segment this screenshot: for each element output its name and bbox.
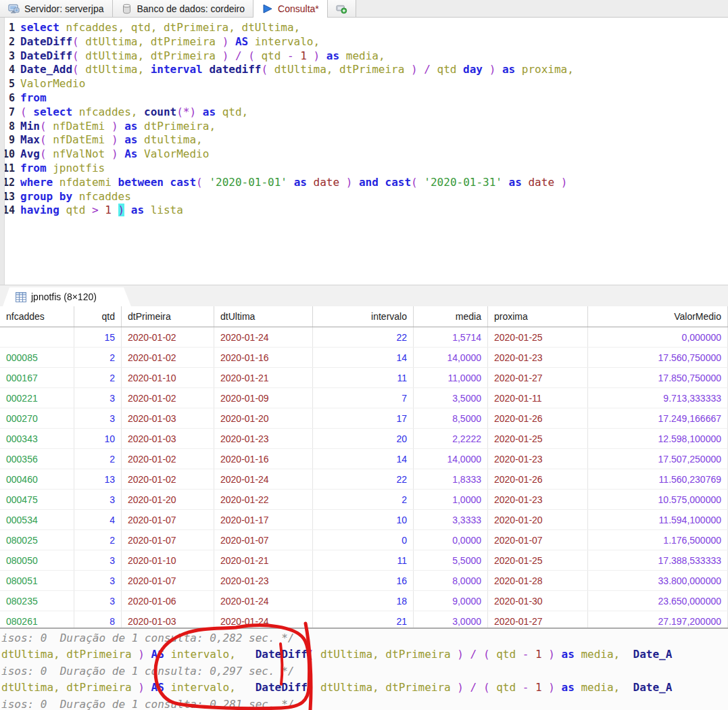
code-line: 9Max( nfDatEmi ) as dtultima, bbox=[0, 133, 728, 147]
table-cell: 2020-01-02 bbox=[122, 327, 214, 347]
table-cell: 2020-01-07 bbox=[122, 571, 214, 590]
table-cell: 3 bbox=[74, 591, 122, 611]
table-row[interactable]: 152020-01-022020-01-24221,57142020-01-25… bbox=[0, 327, 728, 348]
table-cell: 1,8333 bbox=[414, 469, 488, 489]
table-cell: 3 bbox=[74, 571, 122, 590]
table-cell: 11.560,230769 bbox=[588, 469, 728, 489]
column-header-dtprimeira[interactable]: dtPrimeira bbox=[122, 306, 214, 327]
table-cell: 2 bbox=[74, 449, 122, 469]
log-sql-line: dtUltima, dtPrimeira ) AS intervalo, Dat… bbox=[0, 680, 728, 696]
tab-database[interactable]: Banco de dados: cordeiro bbox=[113, 0, 254, 17]
table-cell: 2020-01-06 bbox=[122, 591, 214, 611]
table-cell: 14,0000 bbox=[414, 449, 488, 469]
table-cell: 2020-01-22 bbox=[214, 490, 313, 509]
table-cell: 3,5000 bbox=[414, 388, 488, 408]
table-cell: 23.650,000000 bbox=[588, 591, 728, 611]
code-line: 13group by nfcaddes bbox=[0, 190, 728, 204]
sql-editor[interactable]: 1select nfcaddes, qtd, dtPrimeira, dtUlt… bbox=[0, 18, 728, 285]
table-row[interactable]: 00035622020-01-022020-01-161414,00002020… bbox=[0, 449, 728, 469]
table-cell: 000534 bbox=[0, 510, 74, 529]
table-cell: 3 bbox=[74, 388, 122, 408]
table-cell: 2020-01-24 bbox=[214, 327, 313, 347]
table-cell: 17.850,750000 bbox=[588, 368, 728, 387]
table-cell: 11 bbox=[313, 368, 414, 387]
table-cell: 2020-01-10 bbox=[122, 368, 214, 387]
table-row[interactable]: 00016722020-01-102020-01-211111,00002020… bbox=[0, 368, 728, 388]
table-cell: 2020-01-07 bbox=[214, 530, 313, 550]
code-text: Max( nfDatEmi ) as dtultima, bbox=[20, 133, 203, 147]
table-cell: 2020-01-02 bbox=[122, 469, 214, 489]
table-cell: 2020-01-17 bbox=[214, 510, 313, 529]
table-cell: 080025 bbox=[0, 530, 74, 550]
column-header-dtultima[interactable]: dtUltima bbox=[214, 306, 313, 327]
code-line: 12where nfdatemi between cast( '2020-01-… bbox=[0, 176, 728, 190]
table-row[interactable]: 000460132020-01-022020-01-24221,83332020… bbox=[0, 469, 728, 490]
log-status-line: isos: 0 Duração de 1 consulta: 0,297 sec… bbox=[0, 663, 728, 680]
table-cell: 2020-01-07 bbox=[122, 530, 214, 550]
tab-server[interactable]: Servidor: serverjpa bbox=[0, 0, 113, 17]
table-cell: 2020-01-20 bbox=[122, 490, 214, 509]
table-cell: 0 bbox=[313, 530, 414, 550]
table-cell: 2020-01-03 bbox=[122, 408, 214, 428]
code-text: DateDiff( dtUltima, dtPrimeira ) / ( qtd… bbox=[20, 49, 385, 64]
table-cell: 8,5000 bbox=[414, 408, 488, 428]
table-row[interactable]: 00008522020-01-022020-01-161414,00002020… bbox=[0, 348, 728, 368]
table-cell: 2020-01-02 bbox=[122, 348, 214, 367]
table-cell: 0,000000 bbox=[588, 327, 728, 347]
table-cell: 11.594,100000 bbox=[588, 510, 728, 529]
table-cell: 080051 bbox=[0, 571, 74, 590]
table-cell: 2020-01-10 bbox=[122, 550, 214, 570]
query-log-panel[interactable]: isos: 0 Duração de 1 consulta: 0,282 sec… bbox=[0, 628, 728, 710]
table-cell: 9.713,333333 bbox=[588, 388, 728, 408]
table-cell: 2020-01-27 bbox=[488, 368, 588, 387]
table-row[interactable]: 08005132020-01-072020-01-23168,00002020-… bbox=[0, 571, 728, 591]
table-row[interactable]: 00047532020-01-202020-01-2221,00002020-0… bbox=[0, 490, 728, 510]
play-icon bbox=[262, 3, 273, 14]
table-cell: 15 bbox=[74, 327, 122, 347]
table-cell: 2020-01-16 bbox=[214, 449, 313, 469]
table-cell: 10 bbox=[313, 510, 414, 529]
table-cell: 2 bbox=[74, 368, 122, 387]
table-cell: 3 bbox=[74, 490, 122, 509]
result-tab-jpnotfis[interactable]: jpnotfis (8×120) bbox=[2, 287, 132, 306]
table-row[interactable]: 00027032020-01-032020-01-20178,50002020-… bbox=[0, 408, 728, 429]
table-cell: 0,0000 bbox=[414, 530, 488, 550]
table-cell: 2020-01-24 bbox=[214, 469, 313, 489]
grid-header-row: nfcaddesqtddtPrimeiradtUltimaintervalome… bbox=[0, 306, 728, 327]
column-header-qtd[interactable]: qtd bbox=[74, 306, 122, 327]
tab-query[interactable]: Consulta* bbox=[253, 0, 328, 18]
table-cell: 18 bbox=[313, 591, 414, 611]
table-row[interactable]: 000343102020-01-032020-01-23202,22222020… bbox=[0, 429, 728, 449]
table-row[interactable]: 00022132020-01-022020-01-0973,50002020-0… bbox=[0, 388, 728, 408]
column-header-valormedio[interactable]: ValorMedio bbox=[588, 306, 728, 327]
column-header-media[interactable]: media bbox=[414, 306, 488, 327]
column-header-intervalo[interactable]: intervalo bbox=[313, 306, 414, 327]
table-cell: 2020-01-28 bbox=[488, 571, 588, 590]
table-cell: 000460 bbox=[0, 469, 74, 489]
column-header-nfcaddes[interactable]: nfcaddes bbox=[0, 306, 74, 327]
table-cell: 2020-01-20 bbox=[214, 408, 313, 428]
table-row[interactable]: 00053442020-01-072020-01-17103,33332020-… bbox=[0, 510, 728, 530]
table-cell: 2020-01-07 bbox=[488, 530, 588, 550]
table-cell: 17.249,166667 bbox=[588, 408, 728, 428]
code-line: 5ValorMedio bbox=[0, 77, 728, 91]
table-cell: 16 bbox=[313, 571, 414, 590]
table-cell: 2020-01-02 bbox=[122, 449, 214, 469]
table-cell: 2,2222 bbox=[414, 429, 488, 448]
column-header-proxima[interactable]: proxima bbox=[488, 306, 588, 327]
table-cell: 000270 bbox=[0, 408, 74, 428]
table-grid-icon bbox=[16, 292, 26, 302]
table-cell: 14 bbox=[313, 449, 414, 469]
table-cell: 9,0000 bbox=[414, 591, 488, 611]
new-query-tab-button[interactable] bbox=[328, 0, 356, 17]
database-icon bbox=[121, 3, 132, 14]
table-row[interactable]: 08002522020-01-072020-01-0700,00002020-0… bbox=[0, 530, 728, 550]
table-cell: 2020-01-21 bbox=[214, 368, 313, 387]
code-line: 1select nfcaddes, qtd, dtPrimeira, dtUlt… bbox=[0, 21, 728, 35]
table-row[interactable]: 08005032020-01-102020-01-21115,50002020-… bbox=[0, 550, 728, 571]
table-cell: 8,0000 bbox=[414, 571, 488, 590]
table-cell: 2020-01-20 bbox=[488, 510, 588, 529]
table-row[interactable]: 08023532020-01-062020-01-24189,00002020-… bbox=[0, 591, 728, 611]
tab-query-label: Consulta* bbox=[278, 3, 319, 14]
code-line: 8Min( nfDatEmi ) as dtPrimeira, bbox=[0, 120, 728, 134]
